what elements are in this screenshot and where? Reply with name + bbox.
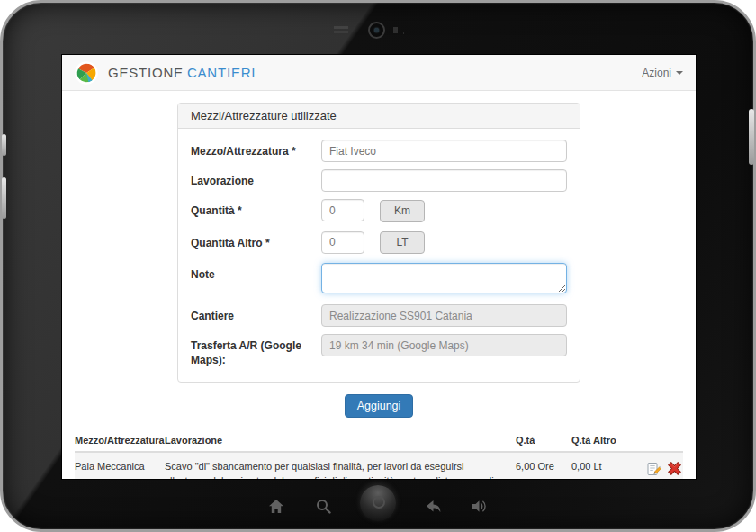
home-icon — [267, 498, 285, 515]
form-row-note: Note — [191, 263, 567, 297]
bezel-print-right — [393, 27, 398, 33]
power-side-button[interactable] — [749, 109, 754, 165]
caret-down-icon — [676, 71, 683, 75]
home-nav-button[interactable] — [266, 497, 286, 515]
form-row-trasferta: Trasferta A/R (Google Maps): — [191, 334, 567, 367]
col-header-actions — [642, 428, 683, 452]
search-icon — [315, 498, 332, 515]
edit-row-button[interactable] — [646, 462, 661, 479]
quantita-label: Quantità * — [191, 199, 321, 218]
app-header: GESTIONECANTIERI Azioni — [62, 55, 696, 91]
bezel-print-left — [334, 26, 348, 29]
quantita-unit-button[interactable]: Km — [380, 200, 425, 222]
col-header-mezzo: Mezzo/Attrezzatura — [75, 428, 165, 452]
gestione-cantieri-logo-icon — [75, 61, 98, 85]
speaker-icon — [471, 498, 489, 515]
cell-lavorazione: Scavo "di" sbancamento per qualsiasi fin… — [165, 452, 516, 479]
form-row-lavorazione: Lavorazione — [191, 169, 567, 192]
form-row-quantita: Quantità * Km — [191, 199, 567, 222]
cell-actions — [642, 452, 683, 479]
brand-second-word: CANTIERI — [187, 65, 256, 80]
col-header-lavorazione: Lavorazione — [165, 428, 516, 452]
quantita-altro-label: Quantità Altro * — [191, 231, 321, 250]
quantita-input[interactable] — [321, 199, 364, 221]
note-textarea[interactable] — [321, 263, 567, 293]
trasferta-input — [321, 334, 567, 356]
col-header-qta-altro: Q.tà Altro — [572, 428, 642, 452]
screenshot-stage: GESTIONECANTIERI Azioni Mezzi/Attrezzatu… — [0, 0, 756, 532]
actions-dropdown[interactable]: Azioni — [642, 67, 683, 79]
quantita-altro-unit-button[interactable]: LT — [380, 231, 425, 254]
mezzi-attrezzature-panel: Mezzi/Attrezzature utilizzate Mezzo/Attr… — [177, 103, 580, 383]
submit-area: Aggiungi — [62, 394, 696, 418]
brand-title: GESTIONECANTIERI — [108, 65, 256, 80]
center-power-button[interactable] — [360, 485, 396, 521]
col-header-qta: Q.tà — [516, 428, 572, 452]
bezel-nav-bar — [3, 487, 753, 525]
front-camera — [368, 22, 385, 39]
table-header-row: Mezzo/Attrezzatura Lavorazione Q.tà Q.tà… — [75, 428, 683, 452]
form-row-mezzo: Mezzo/Attrezzatura * — [191, 140, 567, 162]
panel-title: Mezzi/Attrezzature utilizzate — [178, 104, 580, 129]
form-row-cantiere: Cantiere — [191, 304, 567, 327]
aggiungi-button[interactable]: Aggiungi — [345, 394, 414, 418]
delete-row-button[interactable] — [666, 460, 683, 479]
back-arrow-icon — [424, 498, 442, 515]
table-row: Pala Meccanica Scavo "di" sbancamento pe… — [75, 452, 683, 479]
lavorazione-label: Lavorazione — [191, 169, 321, 188]
volume-down-button[interactable] — [2, 177, 6, 219]
trasferta-label: Trasferta A/R (Google Maps): — [191, 334, 321, 367]
mezzi-table: Mezzo/Attrezzatura Lavorazione Q.tà Q.tà… — [75, 428, 683, 479]
edit-note-icon — [646, 462, 661, 476]
cell-qta: 6,00 Ore — [516, 452, 572, 479]
delete-x-icon — [666, 460, 683, 477]
actions-dropdown-label: Azioni — [642, 67, 671, 79]
tablet-frame: GESTIONECANTIERI Azioni Mezzi/Attrezzatu… — [0, 0, 756, 532]
lavorazione-input[interactable] — [321, 169, 567, 192]
volume-up-button[interactable] — [2, 134, 6, 156]
volume-nav-button[interactable] — [470, 497, 490, 515]
search-nav-button[interactable] — [313, 497, 333, 515]
back-nav-button[interactable] — [423, 497, 443, 515]
cell-qta-altro: 0,00 Lt — [572, 452, 642, 479]
quantita-altro-input[interactable] — [321, 231, 364, 254]
form-row-quantita-altro: Quantità Altro * LT — [191, 231, 567, 255]
cantiere-label: Cantiere — [191, 304, 321, 323]
cantiere-input — [321, 304, 567, 327]
cell-mezzo: Pala Meccanica — [75, 452, 165, 479]
note-label: Note — [191, 263, 321, 282]
brand-first-word: GESTIONE — [108, 65, 184, 80]
panel-body: Mezzo/Attrezzatura * Lavorazione Quantit… — [178, 129, 580, 382]
mezzo-label: Mezzo/Attrezzatura * — [191, 140, 321, 158]
app-screen: GESTIONECANTIERI Azioni Mezzi/Attrezzatu… — [62, 55, 696, 479]
mezzo-input[interactable] — [321, 140, 567, 162]
